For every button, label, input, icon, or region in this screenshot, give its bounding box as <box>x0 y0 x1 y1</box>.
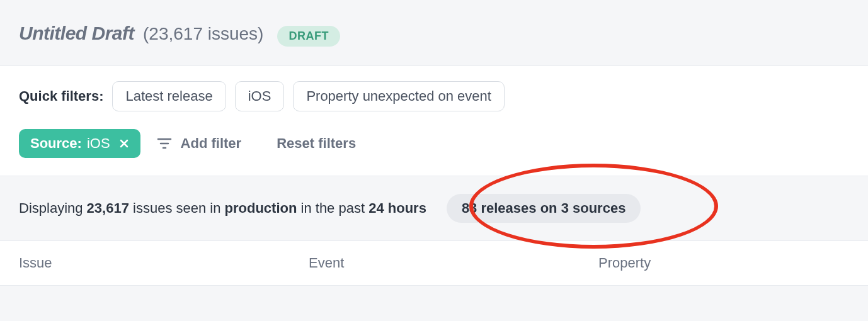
summary-count: 23,617 <box>87 200 129 216</box>
reset-filters-button[interactable]: Reset filters <box>277 135 356 152</box>
quick-filter-property-unexpected[interactable]: Property unexpected on event <box>293 81 505 111</box>
issue-count: (23,617 issues) <box>143 24 263 44</box>
filters-panel: Quick filters: Latest release iOS Proper… <box>0 65 868 176</box>
active-filter-label: Source: <box>30 135 82 152</box>
page-title: Untitled Draft <box>19 23 134 44</box>
quick-filters-row: Quick filters: Latest release iOS Proper… <box>19 81 849 111</box>
column-header-property[interactable]: Property <box>598 255 849 271</box>
quick-filter-ios[interactable]: iOS <box>235 81 285 111</box>
active-filter-value: iOS <box>87 135 110 152</box>
filter-icon <box>157 137 172 150</box>
quick-filters-label: Quick filters: <box>19 88 103 104</box>
summary-text: Displaying 23,617 issues seen in product… <box>19 200 426 217</box>
add-filter-button[interactable]: Add filter <box>157 135 242 152</box>
active-filter-source[interactable]: Source: iOS <box>19 129 140 158</box>
active-filters-row: Source: iOS Add filter Reset filters <box>19 129 849 158</box>
summary-env: production <box>225 200 297 216</box>
summary-bar: Displaying 23,617 issues seen in product… <box>0 176 868 241</box>
column-header-event[interactable]: Event <box>309 255 598 271</box>
table-header-row: Issue Event Property <box>0 241 868 286</box>
quick-filter-latest-release[interactable]: Latest release <box>112 81 226 111</box>
page-header: Untitled Draft (23,617 issues) DRAFT <box>0 0 868 65</box>
summary-period: 24 hours <box>368 200 426 216</box>
close-icon[interactable] <box>119 138 129 149</box>
draft-badge: DRAFT <box>277 26 340 47</box>
add-filter-label: Add filter <box>181 135 242 152</box>
releases-pill[interactable]: 83 releases on 3 sources <box>447 194 641 223</box>
column-header-issue[interactable]: Issue <box>19 255 309 271</box>
